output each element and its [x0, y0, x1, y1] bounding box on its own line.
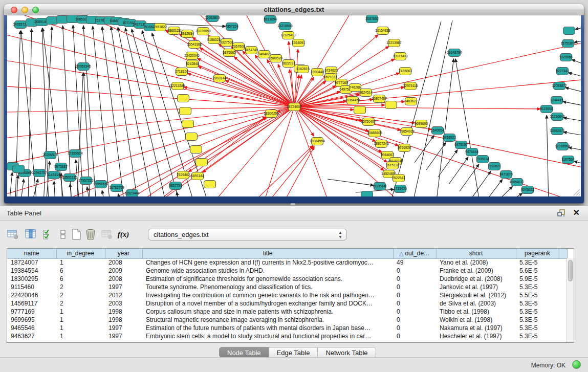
graph-node[interactable]: 16154838: [375, 27, 390, 35]
graph-edge[interactable]: [449, 157, 468, 184]
graph-node[interactable]: 1167534: [561, 156, 575, 164]
graph-node[interactable]: 16782759: [109, 184, 124, 192]
delete-table-icon[interactable]: [84, 228, 97, 241]
graph-node[interactable]: [182, 120, 194, 128]
graph-node[interactable]: [190, 146, 202, 154]
graph-node[interactable]: 9242848: [186, 60, 199, 68]
graph-node[interactable]: 13992071: [550, 127, 565, 135]
panel-drag-handle[interactable]: [290, 203, 295, 206]
column-header-short[interactable]: short: [436, 249, 516, 258]
network-view-window[interactable]: citations_edges.txt 14055724208914061065…: [4, 4, 584, 203]
graph-node[interactable]: 17957223: [78, 177, 94, 185]
table-settings-icon[interactable]: [6, 228, 19, 241]
graph-edge[interactable]: [563, 132, 581, 136]
graph-edge[interactable]: [16, 175, 18, 196]
graph-node[interactable]: 17359924: [68, 150, 83, 158]
column-visibility-icon[interactable]: [24, 228, 37, 241]
graph-node[interactable]: 1691144: [191, 172, 204, 180]
graph-edge[interactable]: [412, 20, 452, 196]
graph-node[interactable]: 18724007: [287, 103, 302, 111]
column-header-name[interactable]: name: [7, 249, 56, 258]
table-row[interactable]: 977716911998Corpus callosum shape and si…: [7, 308, 567, 316]
graph-edge[interactable]: [266, 146, 313, 196]
graph-edge[interactable]: [294, 75, 299, 107]
graph-node[interactable]: 10807487: [372, 95, 387, 103]
graph-edge[interactable]: [93, 26, 110, 196]
graph-node[interactable]: 8912934: [181, 30, 194, 38]
graph-node[interactable]: 13505135: [62, 174, 77, 182]
tab-node-table[interactable]: Node Table: [220, 347, 269, 357]
graph-node[interactable]: 9463627: [404, 98, 418, 105]
column-header-in_degree[interactable]: in_degree: [56, 249, 105, 258]
graph-node[interactable]: 19384554: [310, 138, 325, 145]
graph-edge[interactable]: [15, 107, 294, 196]
graph-node[interactable]: 9857791: [169, 182, 182, 190]
tab-network-table[interactable]: Network Table: [317, 347, 375, 357]
graph-node[interactable]: 1990448: [311, 69, 324, 76]
graph-node[interactable]: 16648784: [447, 49, 462, 57]
graph-node[interactable]: 5875685: [223, 49, 236, 57]
table-row[interactable]: 946554611997Estimation of the future num…: [7, 324, 567, 332]
graph-node[interactable]: 2588520: [269, 55, 282, 62]
column-header-title[interactable]: title: [142, 249, 393, 258]
graph-node[interactable]: 12923446: [124, 190, 140, 197]
graph-edge[interactable]: [563, 101, 581, 106]
graph-node[interactable]: [196, 159, 208, 166]
graph-node[interactable]: 1621022: [324, 74, 337, 81]
graph-node[interactable]: 20206576: [42, 151, 58, 159]
graph-node[interactable]: 7357224: [225, 23, 238, 31]
graph-node[interactable]: 18807243: [374, 140, 389, 148]
graph-edge[interactable]: [282, 147, 314, 196]
function-builder-icon[interactable]: f(x): [117, 228, 130, 241]
graph-node[interactable]: 1244415: [550, 97, 563, 104]
graph-node[interactable]: [178, 95, 189, 102]
table-row[interactable]: 1872400712008Changes of HCN gene express…: [7, 258, 567, 267]
graph-node[interactable]: 20364456: [345, 97, 360, 104]
graph-edge[interactable]: [328, 179, 374, 185]
new-table-icon[interactable]: [70, 228, 83, 241]
graph-edge[interactable]: [294, 107, 338, 196]
graph-node[interactable]: 19958167: [93, 181, 108, 188]
row-height-icon[interactable]: [56, 228, 70, 241]
graph-node[interactable]: 8186328: [207, 36, 221, 44]
graph-edge[interactable]: [572, 59, 581, 65]
graph-edge[interactable]: [575, 27, 581, 29]
graph-node[interactable]: 16210643: [550, 113, 565, 121]
graph-node[interactable]: 746266: [350, 84, 361, 92]
float-panel-icon[interactable]: [557, 209, 565, 217]
graph-node[interactable]: 16543382: [187, 41, 202, 49]
window-titlebar[interactable]: citations_edges.txt: [4, 4, 584, 15]
graph-edge[interactable]: [426, 143, 446, 170]
column-header-out_de…[interactable]: △out_de…: [393, 249, 436, 258]
table-row[interactable]: 1830029562008Estimation of significance …: [7, 275, 567, 283]
table-row[interactable]: 1456911722003Disruption of a novel membe…: [7, 299, 567, 308]
memory-ok-indicator[interactable]: [572, 360, 581, 369]
graph-edge[interactable]: [569, 73, 581, 78]
graph-node[interactable]: 9699695: [415, 120, 428, 128]
graph-node[interactable]: 9227341: [556, 68, 569, 75]
graph-node[interactable]: 2935114: [476, 156, 489, 163]
graph-edge[interactable]: [483, 180, 503, 196]
graph-edge[interactable]: [83, 26, 96, 196]
graph-node[interactable]: 7625402: [177, 171, 190, 179]
graph-node[interactable]: 12325413: [280, 32, 296, 39]
graph-node[interactable]: 5958923: [443, 134, 456, 142]
graph-node[interactable]: 17016504: [555, 143, 570, 150]
table-row[interactable]: 911546021997Tourette syndrome. Phenomeno…: [7, 283, 567, 291]
graph-node[interactable]: [204, 181, 216, 188]
graph-node[interactable]: 20053346: [76, 63, 91, 71]
graph-node[interactable]: [563, 27, 575, 35]
graph-node[interactable]: 1640954: [431, 127, 444, 135]
graph-node[interactable]: 1615132: [386, 162, 399, 169]
graph-node[interactable]: 1364091: [292, 39, 305, 47]
graph-edge[interactable]: [251, 145, 313, 196]
graph-node[interactable]: 19654923: [399, 128, 415, 136]
graph-node[interactable]: 15751874: [560, 40, 576, 48]
column-header-filler[interactable]: [559, 249, 567, 258]
graph-node[interactable]: 8822037: [282, 60, 295, 68]
column-header-year[interactable]: year: [105, 249, 142, 258]
graph-node[interactable]: [186, 133, 198, 141]
graph-edge[interactable]: [569, 147, 581, 151]
graph-node[interactable]: 7485063: [399, 68, 412, 75]
graph-edge[interactable]: [455, 59, 480, 196]
